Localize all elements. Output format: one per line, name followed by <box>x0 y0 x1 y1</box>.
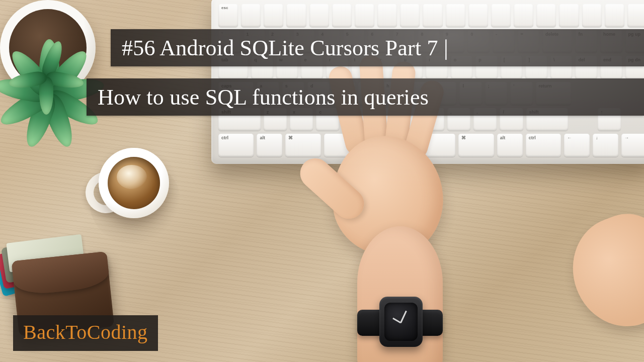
keyboard-row-3: capsasdfghjkl;'return <box>218 82 644 105</box>
keyboard-cable <box>540 0 584 18</box>
keyboard-row-2: tabqwertyuiop[]\delendpg dn <box>218 56 644 79</box>
cash-bill <box>6 234 85 273</box>
plant-pot <box>0 0 96 96</box>
keyboard-row-fn: esc <box>218 4 644 27</box>
credit-card <box>1 236 81 283</box>
wristwatch <box>357 297 443 352</box>
keyboard-row-1: `1234567890-=deletefnhomepg up <box>218 30 644 53</box>
right-hand <box>557 202 644 340</box>
succulent-plant <box>0 0 111 111</box>
keyboard-row-5: ctrlalt⌘⌘altctrl←↓→ <box>218 134 644 157</box>
wallet <box>0 235 131 353</box>
keyboard-row-4: shiftzxcvbnm,./shift↑ <box>218 108 644 131</box>
title-line-2: How to use SQL functions in queries <box>87 78 644 116</box>
thumbnail-scene: esc `1234567890-=deletefnhomepg up tabqw… <box>0 0 644 362</box>
left-hand <box>282 75 493 362</box>
keyboard: esc `1234567890-=deletefnhomepg up tabqw… <box>211 0 644 164</box>
title-line-1: #56 Android SQLite Cursors Part 7 | <box>111 29 644 66</box>
brand-badge: BackToCoding <box>13 315 158 351</box>
credit-card <box>0 242 76 297</box>
coffee-cup <box>86 145 181 240</box>
credit-card <box>0 239 78 290</box>
